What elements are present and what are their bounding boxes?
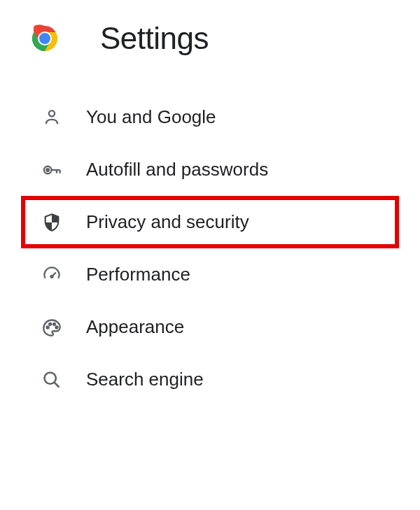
svg-point-14 bbox=[55, 326, 57, 328]
menu-item-label: Autofill and passwords bbox=[86, 159, 268, 180]
menu-item-label: Performance bbox=[86, 264, 190, 285]
key-icon bbox=[42, 160, 62, 180]
page-title: Settings bbox=[100, 21, 209, 56]
svg-point-11 bbox=[47, 326, 49, 328]
menu-item-label: Search engine bbox=[86, 369, 204, 390]
search-icon bbox=[42, 370, 62, 390]
menu-item-search-engine[interactable]: Search engine bbox=[21, 353, 399, 406]
menu-item-label: You and Google bbox=[86, 106, 216, 128]
speedometer-icon bbox=[42, 265, 62, 285]
person-icon bbox=[42, 108, 62, 127]
chrome-logo-icon bbox=[28, 22, 62, 55]
menu-item-label: Appearance bbox=[86, 316, 184, 338]
palette-icon bbox=[42, 318, 62, 337]
shield-icon bbox=[42, 213, 62, 232]
settings-menu: You and Google Autofill and passwords Pr… bbox=[21, 91, 399, 406]
menu-item-appearance[interactable]: Appearance bbox=[21, 301, 399, 353]
svg-point-12 bbox=[49, 323, 51, 325]
svg-point-15 bbox=[45, 372, 56, 383]
menu-item-performance[interactable]: Performance bbox=[21, 248, 399, 301]
svg-point-10 bbox=[50, 275, 52, 277]
menu-item-label: Privacy and security bbox=[86, 211, 249, 233]
menu-item-privacy-security[interactable]: Privacy and security bbox=[21, 196, 399, 248]
menu-item-you-and-google[interactable]: You and Google bbox=[21, 91, 399, 143]
svg-line-16 bbox=[55, 382, 59, 387]
svg-point-13 bbox=[53, 323, 55, 325]
menu-item-autofill[interactable]: Autofill and passwords bbox=[21, 143, 399, 196]
settings-header: Settings bbox=[21, 21, 399, 56]
svg-point-3 bbox=[49, 111, 55, 116]
svg-point-5 bbox=[46, 169, 49, 171]
